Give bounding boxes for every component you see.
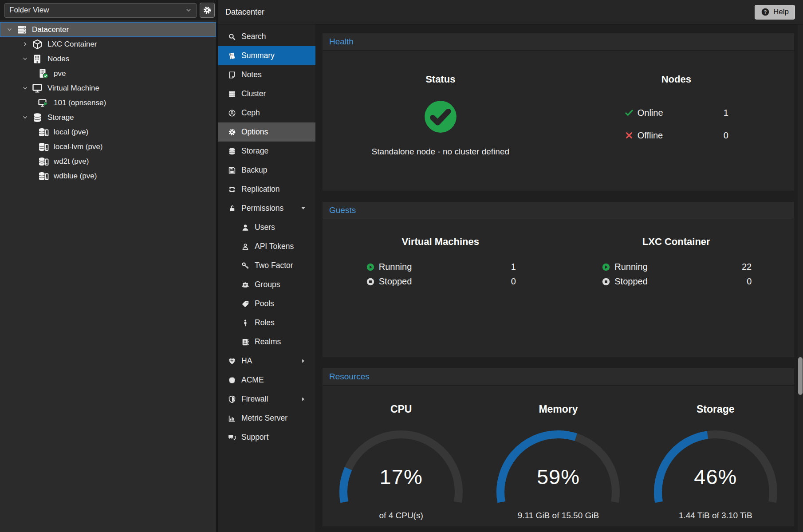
tree-item-wd2t-pve[interactable]: wd2t (pve): [0, 154, 216, 169]
gear-icon: [227, 128, 236, 136]
health-panel-header: Health: [323, 33, 794, 50]
server-stack-icon: [227, 90, 236, 98]
caret-right-icon: [21, 41, 29, 47]
menu-item-label: Backup: [241, 166, 267, 175]
tree-item-lxc-container[interactable]: LXC Container: [0, 37, 216, 51]
menu-item-two-factor[interactable]: Two Factor: [218, 256, 315, 275]
menu-item-cluster[interactable]: Cluster: [218, 84, 315, 103]
menu-item-options[interactable]: Options: [218, 122, 315, 142]
tree-item-101-opnsense[interactable]: 101 (opnsense): [0, 95, 216, 110]
tree-item-label: LXC Container: [47, 40, 97, 49]
tree-item-datacenter[interactable]: Datacenter: [0, 22, 216, 37]
menu-item-label: Cluster: [241, 89, 266, 99]
tree-item-wdblue-pve[interactable]: wdblue (pve): [0, 169, 216, 183]
guest-count: 22: [742, 262, 752, 272]
guest-count: 1: [511, 262, 516, 272]
vertical-scrollbar[interactable]: [798, 24, 803, 532]
user-icon: [240, 224, 250, 232]
guest-state-label: Running: [379, 262, 511, 272]
menu-item-label: Notes: [241, 70, 262, 79]
datacenter-menu: Datacenter SearchSummaryNotesClusterCeph…: [218, 0, 315, 532]
menu-item-label: Summary: [241, 51, 275, 60]
menu-item-backup[interactable]: Backup: [218, 161, 315, 180]
address-book-icon: [240, 338, 250, 346]
nodes-rows: Online1Offline0: [624, 106, 728, 142]
menu-item-label: Users: [255, 223, 275, 232]
menu-item-label: Options: [241, 127, 268, 137]
resources-panel-body: CPU17%of 4 CPU(s)Memory59%9.11 GiB of 15…: [323, 385, 794, 526]
menu-item-storage[interactable]: Storage: [218, 142, 315, 161]
tree-item-label: wdblue (pve): [54, 172, 97, 181]
check-icon: [624, 108, 634, 117]
menu-item-label: ACME: [241, 375, 264, 385]
tree-item-label: local (pve): [54, 128, 88, 137]
menu-item-realms[interactable]: Realms: [218, 332, 315, 351]
menu-item-support[interactable]: Support: [218, 428, 315, 447]
tree-item-local-lvm-pve[interactable]: local-lvm (pve): [0, 139, 216, 154]
tree-item-label: local-lvm (pve): [54, 142, 103, 151]
menu-item-api-tokens[interactable]: API Tokens: [218, 237, 315, 256]
menu-item-label: Groups: [255, 280, 280, 289]
tree-settings-button[interactable]: [200, 3, 215, 18]
menu-item-groups[interactable]: Groups: [218, 275, 315, 294]
node-state-label: Online: [638, 108, 724, 118]
scrollbar-thumb[interactable]: [798, 357, 803, 395]
view-mode-select[interactable]: Folder View: [4, 3, 197, 18]
menu-item-label: Pools: [255, 299, 274, 308]
database-drive-icon: [37, 156, 50, 167]
node-state-label: Offline: [638, 130, 724, 141]
status-heading: Status: [323, 74, 559, 85]
menu-item-ceph[interactable]: Ceph: [218, 103, 315, 122]
guest-status-row: Running1: [365, 261, 516, 273]
tree-item-pve[interactable]: pve: [0, 66, 216, 81]
cross-icon: [624, 131, 634, 140]
menu-item-summary[interactable]: Summary: [218, 46, 315, 65]
tree-item-label: pve: [54, 69, 66, 78]
guest-status-row: Stopped0: [601, 276, 752, 288]
tree-item-label: 101 (opnsense): [54, 99, 106, 107]
gear-icon: [203, 6, 212, 15]
menu-item-label: Firewall: [241, 394, 268, 404]
menu-item-label: Ceph: [241, 108, 260, 118]
guests-panel-body: Virtual MachinesRunning1Stopped0LXC Cont…: [323, 219, 794, 357]
menu-item-users[interactable]: Users: [218, 218, 315, 237]
node-count: 1: [724, 108, 728, 118]
chevron-down-icon: [185, 7, 192, 13]
tree-item-nodes[interactable]: Nodes: [0, 51, 216, 66]
gauge-sublabel: 1.44 TiB of 3.10 TiB: [637, 511, 794, 520]
resource-tree: DatacenterLXC ContainerNodespveVirtual M…: [0, 20, 216, 183]
tree-item-local-pve[interactable]: local (pve): [0, 125, 216, 139]
database-drive-icon: [37, 171, 50, 181]
tree-item-virtual-machine[interactable]: Virtual Machine: [0, 81, 216, 95]
chevron-right-icon: [301, 359, 306, 363]
menu-item-label: API Tokens: [255, 242, 294, 251]
guest-status-row: Running22: [601, 261, 752, 273]
menu-item-firewall[interactable]: Firewall: [218, 390, 315, 409]
tree-item-label: Storage: [47, 113, 74, 122]
help-button[interactable]: ? Help: [755, 5, 795, 20]
cube-icon: [31, 39, 43, 50]
menu-item-metric-server[interactable]: Metric Server: [218, 409, 315, 428]
health-panel: Health Status Standalone node - no clust…: [323, 33, 794, 191]
tag-icon: [240, 300, 250, 308]
database-icon: [227, 147, 236, 155]
content-area: ? Help Health Status Standalone node - n…: [315, 0, 803, 532]
gauge-percent-value: 46%: [649, 465, 782, 489]
health-panel-body: Status Standalone node - no cluster defi…: [323, 50, 794, 191]
menu-item-pools[interactable]: Pools: [218, 294, 315, 313]
node-status-row: Online1: [624, 106, 728, 119]
resources-panel-header: Resources: [323, 368, 794, 385]
tree-item-storage[interactable]: Storage: [0, 110, 216, 125]
menu-item-permissions[interactable]: Permissions: [218, 199, 315, 218]
menu-item-search[interactable]: Search: [218, 27, 315, 46]
menu-item-label: Two Factor: [255, 261, 293, 270]
menu-item-replication[interactable]: Replication: [218, 180, 315, 199]
guests-panel-header: Guests: [323, 202, 794, 219]
menu-item-ha[interactable]: HA: [218, 351, 315, 370]
guest-status-row: Stopped0: [365, 276, 516, 288]
caret-down-icon: [21, 56, 29, 62]
building-check-icon: [37, 68, 50, 79]
menu-item-notes[interactable]: Notes: [218, 65, 315, 84]
menu-item-roles[interactable]: Roles: [218, 313, 315, 332]
menu-item-acme[interactable]: ACME: [218, 370, 315, 390]
